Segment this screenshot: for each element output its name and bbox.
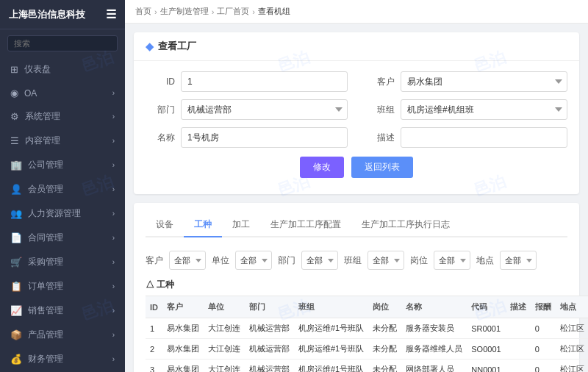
back-button[interactable]: 返回列表	[351, 157, 413, 178]
tab-worker[interactable]: 工种	[184, 213, 222, 237]
sidebar-item-member[interactable]: 👤 会员管理 ›	[0, 177, 125, 201]
sidebar-item-order[interactable]: 📋 订单管理 ›	[0, 274, 125, 298]
form-col-left: ID 部门 机械运营部 名称	[146, 71, 348, 148]
card-title: 查看工厂	[158, 40, 196, 53]
breadcrumb-current: 查看机组	[258, 6, 290, 17]
sidebar-label-oa: OA	[24, 88, 37, 99]
dept-select[interactable]: 机械运营部	[181, 99, 348, 120]
table-cell	[506, 318, 531, 339]
dept-filter-label: 部门	[278, 254, 295, 267]
tab-device[interactable]: 设备	[146, 213, 184, 237]
unit-filter-select[interactable]: 全部	[235, 251, 272, 270]
product-icon: 📦	[10, 329, 22, 340]
product-arrow-icon: ›	[112, 331, 115, 339]
sidebar-label-dashboard: 仪表盘	[24, 63, 51, 76]
content-arrow-icon: ›	[112, 137, 115, 145]
oa-arrow-icon: ›	[112, 89, 115, 97]
detail-card-body: ID 部门 机械运营部 名称	[134, 61, 579, 194]
sidebar-item-contract[interactable]: 📄 合同管理 ›	[0, 226, 125, 250]
detail-form: ID 部门 机械运营部 名称	[146, 71, 567, 148]
sidebar-item-product[interactable]: 📦 产品管理 ›	[0, 323, 125, 347]
form-row-client: 客户 易水集团	[365, 71, 567, 92]
tab-production-log[interactable]: 生产加工工序执行日志	[351, 213, 460, 237]
table-cell: 机械运营部	[245, 360, 294, 373]
sidebar-label-product: 产品管理	[28, 329, 63, 341]
table-column-header: 单位	[204, 296, 245, 318]
name-field[interactable]	[181, 127, 348, 148]
table-row: 1易水集团大江创连机械运营部机房运维#1号班队未分配服务器安装员SR00010松…	[146, 318, 588, 339]
sidebar-nav: ⊞ 仪表盘 ◉ OA ›⚙ 系统管理 ›☰ 内容管理 ›🏢 公司管理 ›👤 会员…	[0, 57, 125, 372]
sidebar-item-company[interactable]: 🏢 公司管理 ›	[0, 153, 125, 177]
edit-button[interactable]: 修改	[300, 157, 344, 178]
sidebar-item-system[interactable]: ⚙ 系统管理 ›	[0, 104, 125, 129]
client-select[interactable]: 易水集团	[401, 71, 567, 92]
table-cell: 机械运营部	[245, 339, 294, 360]
form-row-desc: 描述	[365, 127, 567, 148]
sidebar-item-dashboard[interactable]: ⊞ 仪表盘	[0, 57, 125, 82]
sidebar-label-company: 公司管理	[28, 159, 63, 171]
team-select[interactable]: 机房运维#机组班	[401, 99, 567, 120]
table-cell: 松江区	[556, 339, 588, 360]
sidebar-label-member: 会员管理	[28, 183, 63, 196]
table-row: 2易水集团大江创连机械运营部机房运维#1号班队未分配服务器维维人员SO00010…	[146, 339, 588, 360]
system-arrow-icon: ›	[112, 112, 115, 121]
sidebar-item-hr[interactable]: 👥 人力资源管理 ›	[0, 201, 125, 226]
sales-icon: 📈	[10, 305, 22, 316]
id-field[interactable]	[181, 71, 348, 92]
position-filter-select[interactable]: 全部	[434, 251, 470, 270]
table-column-header: 客户	[162, 296, 204, 318]
table-column-header: ID	[146, 296, 162, 318]
tab-processing[interactable]: 加工	[222, 213, 260, 237]
table-cell: 机械运营部	[245, 318, 294, 339]
table-cell: 0	[531, 339, 556, 360]
desc-label: 描述	[365, 132, 395, 144]
sidebar: 上海邑泊信息科技 ☰ ⊞ 仪表盘 ◉ OA ›⚙ 系统管理 ›☰ 内容管理 ›🏢…	[0, 0, 125, 372]
dashboard-icon: ⊞	[10, 64, 18, 75]
member-icon: 👤	[10, 184, 22, 195]
sidebar-header: 上海邑泊信息科技 ☰	[0, 0, 125, 29]
form-actions: 修改 返回列表	[146, 148, 567, 184]
sidebar-item-sales[interactable]: 📈 销售管理 ›	[0, 298, 125, 323]
sidebar-item-oa[interactable]: ◉ OA ›	[0, 82, 125, 104]
table-body: 1易水集团大江创连机械运营部机房运维#1号班队未分配服务器安装员SR00010松…	[146, 318, 588, 373]
system-icon: ⚙	[10, 111, 19, 122]
sidebar-item-purchase[interactable]: 🛒 采购管理 ›	[0, 250, 125, 274]
contract-icon: 📄	[10, 232, 22, 243]
sidebar-label-finance: 财务管理	[28, 353, 63, 365]
detail-card: ◆ 查看工厂 ID 部门 机械运营部	[134, 32, 579, 194]
search-input[interactable]	[7, 35, 118, 51]
name-label: 名称	[146, 132, 175, 144]
breadcrumb-factory[interactable]: 工厂首页	[217, 6, 249, 17]
sidebar-item-content[interactable]: ☰ 内容管理 ›	[0, 129, 125, 153]
sidebar-label-content: 内容管理	[25, 135, 60, 147]
sidebar-item-finance[interactable]: 💰 财务管理 ›	[0, 347, 125, 371]
oa-icon: ◉	[10, 87, 18, 99]
table-column-header: 描述	[506, 296, 531, 318]
sidebar-label-contract: 合同管理	[28, 232, 63, 244]
position-filter-label: 岗位	[410, 254, 428, 267]
purchase-icon: 🛒	[10, 257, 22, 268]
hr-arrow-icon: ›	[112, 210, 115, 218]
table-cell: 3	[146, 360, 162, 373]
team-filter-label: 班组	[344, 254, 362, 267]
purchase-arrow-icon: ›	[112, 258, 115, 266]
table-column-header: 报酬	[531, 296, 556, 318]
team-filter-select[interactable]: 全部	[368, 251, 404, 270]
table-cell: 机房运维#1号班队	[294, 339, 368, 360]
desc-field[interactable]	[401, 127, 567, 148]
table-column-header: 班组	[294, 296, 368, 318]
client-filter-select[interactable]: 全部	[169, 251, 206, 270]
form-row-name: 名称	[146, 127, 348, 148]
breadcrumb-home[interactable]: 首页	[135, 6, 151, 17]
contract-arrow-icon: ›	[112, 234, 115, 242]
form-col-right: 客户 易水集团 班组 机房运维#机组班 描述	[365, 71, 567, 148]
tab-production-config[interactable]: 生产加工工序配置	[260, 213, 351, 237]
address-filter-select[interactable]: 全部	[500, 251, 537, 270]
dept-filter-select[interactable]: 全部	[301, 251, 338, 270]
menu-toggle-icon[interactable]: ☰	[106, 7, 116, 21]
table-cell	[506, 360, 531, 373]
breadcrumb-production[interactable]: 生产制造管理	[160, 6, 209, 17]
table-cell: 2	[146, 339, 162, 360]
sidebar-label-order: 订单管理	[28, 280, 63, 293]
sidebar-label-sales: 销售管理	[28, 304, 63, 317]
